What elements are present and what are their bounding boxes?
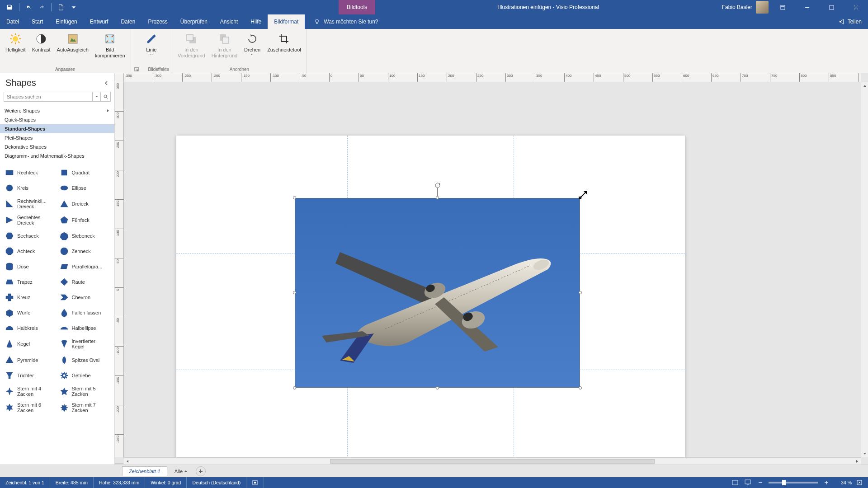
stencil-pfeil[interactable]: Pfeil-Shapes: [0, 133, 114, 142]
close-button[interactable]: [845, 0, 866, 14]
handle-ml[interactable]: [293, 291, 296, 294]
selected-image[interactable]: [295, 198, 580, 388]
canvas[interactable]: -350-300-250-200-150-100-500501001502002…: [115, 73, 868, 465]
shape-dose[interactable]: Dose: [4, 260, 57, 273]
shape-ellipse[interactable]: Ellipse: [58, 181, 111, 195]
handle-tm[interactable]: [436, 196, 439, 199]
minimize-button[interactable]: [797, 0, 817, 14]
contrast-button[interactable]: Kontrast: [29, 30, 53, 55]
tab-prozess[interactable]: Prozess: [142, 14, 174, 29]
save-button[interactable]: [5, 2, 14, 12]
shape-stern5[interactable]: Stern mit 5 Zacken: [58, 384, 111, 399]
handle-br[interactable]: [579, 386, 582, 389]
shape-zehneck[interactable]: Zehneck: [58, 244, 111, 258]
shape-parallelogramm[interactable]: Parallelogra...: [58, 260, 111, 273]
shape-gedrehtes-dreieck[interactable]: Gedrehtes Dreieck: [4, 213, 57, 227]
view-presentation[interactable]: [743, 479, 752, 487]
shape-funfeck[interactable]: Fünfeck: [58, 213, 111, 227]
bildeffekte-launcher[interactable]: [134, 66, 139, 72]
shape-pyramide[interactable]: Pyramide: [4, 353, 57, 367]
tab-bildformat[interactable]: Bildformat: [268, 14, 305, 29]
zoom-slider[interactable]: [769, 482, 818, 483]
tab-uberprufen[interactable]: Überprüfen: [174, 14, 214, 29]
stencil-standard[interactable]: Standard-Shapes: [0, 124, 114, 133]
shape-kreuz[interactable]: Kreuz: [4, 291, 57, 304]
zoom-out[interactable]: [756, 479, 765, 487]
tab-ansicht[interactable]: Ansicht: [214, 14, 244, 29]
shape-achteck[interactable]: Achteck: [4, 244, 57, 258]
tab-einfugen[interactable]: Einfügen: [49, 14, 83, 29]
crop-tool-button[interactable]: Zuschneidetool: [264, 30, 304, 55]
shape-inv-kegel[interactable]: Invertierter Kegel: [58, 337, 111, 351]
maximize-button[interactable]: [821, 0, 842, 14]
shape-getriebe[interactable]: Getriebe: [58, 369, 111, 382]
shape-siebeneck[interactable]: Siebeneck: [58, 229, 111, 243]
shapes-search-input[interactable]: [4, 92, 92, 101]
shape-rechteck[interactable]: Rechteck: [4, 166, 57, 179]
tab-entwurf[interactable]: Entwurf: [84, 14, 115, 29]
shape-stern6[interactable]: Stern mit 6 Zacken: [4, 400, 57, 415]
shape-halbkreis[interactable]: Halbkreis: [4, 321, 57, 335]
shape-kreis[interactable]: Kreis: [4, 181, 57, 195]
shape-spitzes-oval[interactable]: Spitzes Oval: [58, 353, 111, 367]
scroll-thumb[interactable]: [330, 459, 655, 464]
status-page[interactable]: Zeichenbl. 1 von 1: [0, 477, 50, 488]
auto-adjust-button[interactable]: AutoAusgleich: [54, 30, 91, 55]
undo-button[interactable]: [24, 2, 34, 12]
shape-fallen-lassen[interactable]: Fallen lassen: [58, 306, 111, 319]
scroll-down[interactable]: [861, 450, 868, 457]
shape-kegel[interactable]: Kegel: [4, 337, 57, 351]
search-options-dropdown[interactable]: [92, 92, 100, 101]
tab-hilfe[interactable]: Hilfe: [244, 14, 268, 29]
ribbon-display-options[interactable]: [772, 0, 793, 14]
stencil-weitere[interactable]: Weitere Shapes: [0, 106, 114, 115]
handle-tl[interactable]: [293, 196, 296, 199]
brightness-button[interactable]: Helligkeit: [3, 30, 28, 55]
shape-trapez[interactable]: Trapez: [4, 275, 57, 289]
handle-mr[interactable]: [579, 291, 582, 294]
user-avatar[interactable]: [756, 1, 769, 14]
rotate-handle[interactable]: [434, 182, 441, 189]
handle-bm[interactable]: [436, 386, 439, 389]
view-normal[interactable]: [731, 479, 740, 487]
zoom-level[interactable]: 34 %: [835, 480, 852, 485]
collapse-shapes-pane[interactable]: [104, 80, 109, 86]
scroll-right[interactable]: [854, 458, 861, 465]
stencil-quick[interactable]: Quick-Shapes: [0, 115, 114, 124]
shape-chevron[interactable]: Chevron: [58, 291, 111, 304]
zoom-knob[interactable]: [782, 480, 786, 485]
redo-button[interactable]: [37, 2, 47, 12]
context-tab-bildtools[interactable]: Bildtools: [339, 0, 375, 14]
zoom-fit-button[interactable]: [855, 479, 863, 487]
tab-datei[interactable]: Datei: [0, 14, 25, 29]
rotate-button[interactable]: Drehen: [241, 30, 264, 58]
handle-bl[interactable]: [293, 386, 296, 389]
scrollbar-vertical[interactable]: [861, 82, 868, 457]
shape-sechseck[interactable]: Sechseck: [4, 229, 57, 243]
scrollbar-horizontal[interactable]: [124, 457, 861, 465]
status-macro[interactable]: [246, 477, 264, 488]
status-language[interactable]: Deutsch (Deutschland): [187, 477, 246, 488]
scroll-left[interactable]: [124, 458, 131, 465]
shapes-search[interactable]: [4, 92, 111, 102]
compress-picture-button[interactable]: Bild komprimieren: [92, 30, 128, 60]
shape-quadrat[interactable]: Quadrat: [58, 166, 111, 179]
shape-stern7[interactable]: Stern mit 7 Zacken: [58, 400, 111, 415]
shape-halbellipse[interactable]: Halbellipse: [58, 321, 111, 335]
qat-customize[interactable]: [69, 2, 79, 12]
zoom-in[interactable]: [822, 479, 831, 487]
outline-button[interactable]: Linie: [140, 30, 163, 58]
shape-rechtw-dreieck[interactable]: Rechtwinkli... Dreieck: [4, 197, 57, 211]
tab-start[interactable]: Start: [25, 14, 49, 29]
shape-wurfel[interactable]: Würfel: [4, 306, 57, 319]
scroll-up[interactable]: [861, 82, 868, 89]
shape-stern4[interactable]: Stern mit 4 Zacken: [4, 384, 57, 399]
sheet-tab-1[interactable]: Zeichenblatt-1: [122, 466, 167, 476]
shape-trichter[interactable]: Trichter: [4, 369, 57, 382]
search-go-button[interactable]: [100, 92, 110, 101]
shape-dreieck[interactable]: Dreieck: [58, 197, 111, 211]
stencil-dekorative[interactable]: Dekorative Shapes: [0, 142, 114, 151]
drawing-page[interactable]: [176, 136, 685, 457]
shape-raute[interactable]: Raute: [58, 275, 111, 289]
new-sheet-button[interactable]: [196, 466, 206, 476]
